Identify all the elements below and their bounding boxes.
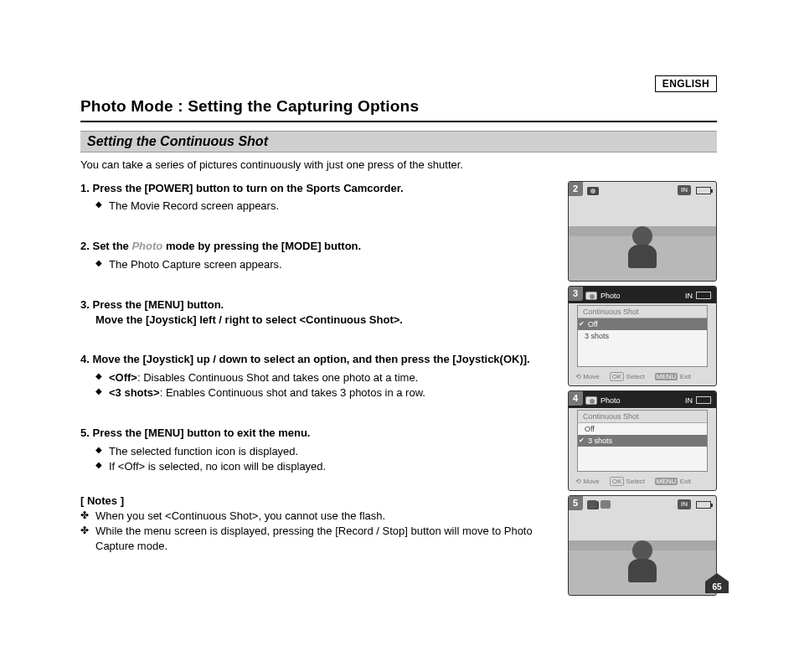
in-badge: IN (678, 185, 691, 195)
hint-exit: MENU Exit (655, 478, 691, 485)
camera-icon (585, 396, 597, 405)
step-head: Move the [Joystick] up / down to select … (92, 353, 529, 365)
step-head: Press the [MENU] button. (92, 298, 224, 311)
step-bullet: The selected function icon is displayed. (95, 444, 556, 459)
page-title: Photo Mode : Setting the Capturing Optio… (80, 97, 717, 122)
notes-list: When you set <Continuous Shot>, you cann… (80, 509, 556, 555)
note-item: While the menu screen is displayed, pres… (80, 524, 556, 554)
step-5: Press the [MENU] button to exit the menu… (80, 426, 556, 474)
hint-move: ⟲ Move (575, 373, 600, 380)
hint-select: OK Select (610, 373, 645, 380)
figure-number: 4 (568, 390, 583, 406)
page-number: 65 (705, 582, 729, 593)
section-heading: Setting the Continuous Shot (80, 132, 717, 152)
figure-3: 3 Photo IN Continuous Shot Off 3 shots ⟲… (568, 286, 717, 386)
photo-subject (626, 540, 659, 582)
page-number-badge: 65 (705, 578, 729, 593)
battery-icon (696, 292, 711, 299)
menu-hint-bar: ⟲ Move OK Select MENU Exit (575, 477, 709, 487)
figures-column: 2 IN 3 Photo IN (568, 181, 717, 600)
photo-mode-label: Photo (131, 240, 162, 252)
step-head: Press the [MENU] button to exit the menu… (92, 426, 310, 439)
intro-text: You can take a series of pictures contin… (80, 158, 717, 173)
camera-icon (587, 187, 599, 195)
camera-icon (585, 292, 597, 300)
figure-2: 2 IN (568, 181, 717, 282)
menu-panel: Continuous Shot Off 3 shots (577, 305, 708, 367)
step-bullet: If <Off> is selected, no icon will be di… (95, 459, 556, 474)
figure-number: 5 (568, 495, 583, 510)
battery-icon (696, 187, 711, 194)
photo-subject (626, 226, 659, 268)
notes-heading: [ Notes ] (80, 494, 556, 507)
hint-exit: MENU Exit (655, 373, 691, 380)
in-badge: IN (685, 396, 693, 405)
step-bullet: <3 shots>: Enables Continuous shot and t… (95, 385, 556, 401)
battery-icon (696, 396, 711, 404)
hint-move: ⟲ Move (575, 478, 600, 485)
figure-5: 5 IN (568, 495, 717, 596)
mode-label: Photo (601, 396, 621, 405)
battery-icon (696, 501, 711, 509)
in-badge: IN (678, 499, 691, 509)
menu-option-off: Off (578, 318, 707, 330)
figure-number: 3 (568, 286, 583, 301)
menu-title: Continuous Shot (578, 306, 707, 318)
step-head: Set the Photo mode by pressing the [MODE… (92, 240, 361, 252)
step-head-line2: Move the [Joystick] left / right to sele… (95, 313, 556, 328)
menu-option-3shots: 3 shots (578, 435, 707, 447)
step-bullet: The Movie Record screen appears. (95, 199, 556, 214)
continuous-shot-icon (587, 500, 611, 509)
step-2: Set the Photo mode by pressing the [MODE… (80, 239, 556, 272)
step-bullet: The Photo Capture screen appears. (95, 257, 556, 272)
note-item: When you set <Continuous Shot>, you cann… (80, 509, 556, 524)
menu-option-3shots: 3 shots (578, 330, 707, 342)
menu-option-off: Off (578, 423, 707, 435)
menu-title: Continuous Shot (578, 411, 707, 423)
step-3: Press the [MENU] button. Move the [Joyst… (80, 297, 556, 327)
figure-4: 4 Photo IN Continuous Shot Off 3 shots ⟲… (568, 390, 717, 491)
step-bullet: <Off>: Disables Continuous Shot and take… (95, 370, 556, 385)
step-1: Press the [POWER] button to turn on the … (80, 181, 556, 215)
mode-label: Photo (601, 292, 621, 300)
hint-select: OK Select (610, 478, 645, 485)
step-head: Press the [POWER] button to turn on the … (92, 182, 403, 194)
menu-panel: Continuous Shot Off 3 shots (577, 410, 708, 472)
figure-number: 2 (568, 181, 583, 196)
in-badge: IN (685, 292, 693, 300)
language-tag: ENGLISH (655, 75, 717, 92)
section-heading-bar: Setting the Continuous Shot (80, 131, 717, 152)
steps-list: Press the [POWER] button to turn on the … (80, 181, 556, 474)
step-4: Move the [Joystick] up / down to select … (80, 352, 556, 401)
menu-hint-bar: ⟲ Move OK Select MENU Exit (575, 372, 709, 382)
